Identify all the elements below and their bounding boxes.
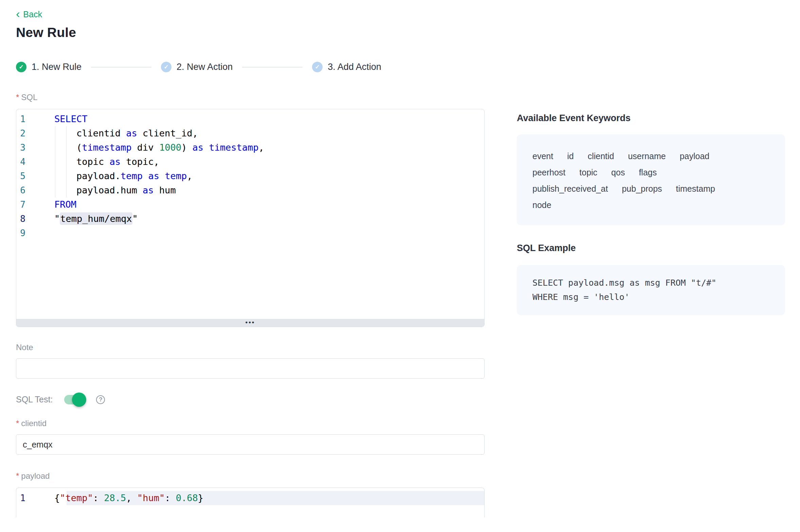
code-line[interactable]: 1SELECT bbox=[16, 112, 484, 126]
payload-editor-lines[interactable]: 1{"temp": 28.5, "hum": 0.68} bbox=[16, 488, 484, 505]
event-keyword: topic bbox=[579, 164, 597, 180]
sql-example-title: SQL Example bbox=[517, 243, 785, 253]
step-new-action[interactable]: ✓ 2. New Action bbox=[161, 62, 233, 72]
code-token bbox=[143, 171, 148, 181]
step-add-action[interactable]: ✓ 3. Add Action bbox=[312, 62, 381, 72]
sql-field-label: * SQL bbox=[16, 93, 485, 102]
code-token bbox=[159, 171, 165, 181]
line-number: 2 bbox=[16, 126, 25, 140]
event-keyword: node bbox=[532, 197, 551, 213]
code-line[interactable]: 3 (timestamp div 1000) as timestamp, bbox=[16, 140, 484, 155]
help-icon[interactable]: ? bbox=[96, 395, 105, 404]
event-keyword: qos bbox=[611, 164, 625, 180]
code-token bbox=[203, 142, 209, 153]
event-keyword: username bbox=[628, 148, 666, 164]
sql-editor-lines[interactable]: 1SELECT2 clientid as client_id,3 (timest… bbox=[16, 109, 484, 319]
event-keyword: timestamp bbox=[676, 180, 715, 197]
code-line[interactable]: 9 bbox=[16, 226, 484, 240]
editor-resize-handle[interactable]: ••• bbox=[16, 319, 484, 327]
code-text: SELECT bbox=[54, 112, 88, 126]
line-number: 4 bbox=[16, 155, 25, 169]
code-token: payload.hum bbox=[54, 185, 143, 195]
code-line[interactable]: 5 payload.temp as temp, bbox=[16, 169, 484, 183]
code-text: FROM bbox=[54, 197, 76, 212]
code-token: as bbox=[148, 171, 159, 181]
line-number: 6 bbox=[16, 183, 25, 197]
code-token: : bbox=[165, 493, 176, 503]
note-input[interactable] bbox=[16, 358, 485, 379]
code-token: , bbox=[259, 142, 264, 153]
resize-dots-icon: ••• bbox=[246, 319, 255, 326]
sql-test-toggle[interactable] bbox=[64, 395, 85, 404]
code-token: 1000 bbox=[159, 142, 181, 153]
indent-guide bbox=[66, 183, 67, 197]
line-number: 5 bbox=[16, 169, 25, 183]
code-token: as bbox=[126, 128, 137, 138]
steps-bar: ✓ 1. New Rule ✓ 2. New Action ✓ 3. Add A… bbox=[16, 62, 485, 72]
indent-guide bbox=[55, 169, 55, 183]
code-token: temp bbox=[165, 171, 187, 181]
toggle-knob bbox=[72, 393, 86, 407]
indent-guide bbox=[66, 140, 67, 155]
step-new-rule[interactable]: ✓ 1. New Rule bbox=[16, 62, 81, 72]
code-line[interactable]: 7FROM bbox=[16, 197, 484, 212]
event-keyword: id bbox=[567, 148, 574, 164]
event-keyword: publish_received_at bbox=[532, 180, 608, 197]
note-field-label: Note bbox=[16, 343, 485, 352]
keywords-row: peerhosttopicqosflags bbox=[532, 164, 769, 180]
code-token: { bbox=[54, 493, 60, 503]
code-line[interactable]: 2 clientid as client_id, bbox=[16, 126, 484, 140]
code-line[interactable]: 4 topic as topic, bbox=[16, 155, 484, 169]
event-keyword: peerhost bbox=[532, 164, 565, 180]
code-text: payload.hum as hum bbox=[54, 183, 176, 197]
code-line[interactable]: 1{"temp": 28.5, "hum": 0.68} bbox=[16, 491, 484, 505]
code-token: "hum" bbox=[137, 493, 165, 503]
page-title: New Rule bbox=[16, 25, 485, 40]
code-token: " bbox=[54, 213, 60, 224]
code-token: topic bbox=[54, 156, 110, 167]
clientid-label-text: clientid bbox=[21, 419, 47, 428]
code-token: as bbox=[192, 142, 203, 153]
step-label: 1. New Rule bbox=[32, 62, 81, 72]
code-text: topic as topic, bbox=[54, 155, 159, 169]
code-text: payload.temp as temp, bbox=[54, 169, 192, 183]
code-token: SELECT bbox=[54, 114, 88, 124]
payload-field-label: * payload bbox=[16, 471, 485, 481]
code-text: "temp_hum/emqx" bbox=[54, 212, 138, 226]
payload-code-editor[interactable]: 1{"temp": 28.5, "hum": 0.68} bbox=[16, 488, 485, 517]
sql-test-row: SQL Test: ? bbox=[16, 395, 485, 404]
indent-guide bbox=[66, 169, 67, 183]
event-keyword: payload bbox=[680, 148, 710, 164]
code-token: hum bbox=[154, 185, 176, 195]
required-asterisk: * bbox=[16, 419, 19, 428]
code-token: : bbox=[93, 493, 104, 503]
keywords-row: publish_received_atpub_propstimestamp bbox=[532, 180, 769, 197]
main-column: ‹ Back New Rule ✓ 1. New Rule ✓ 2. New A… bbox=[16, 0, 485, 517]
indent-guide bbox=[66, 126, 67, 140]
required-asterisk: * bbox=[16, 93, 19, 102]
code-text: clientid as client_id, bbox=[54, 126, 198, 140]
line-number: 1 bbox=[16, 112, 25, 126]
check-icon: ✓ bbox=[16, 62, 26, 72]
code-token: div bbox=[132, 142, 159, 153]
code-token: "temp" bbox=[60, 493, 93, 503]
sql-example-line: SELECT payload.msg as msg FROM "t/#" bbox=[532, 276, 769, 290]
sql-example-box: SELECT payload.msg as msg FROM "t/#" WHE… bbox=[517, 265, 785, 315]
check-icon: ✓ bbox=[161, 62, 171, 72]
line-number: 8 bbox=[16, 212, 25, 226]
code-line[interactable]: 6 payload.hum as hum bbox=[16, 183, 484, 197]
back-link[interactable]: ‹ Back bbox=[16, 10, 42, 19]
code-token: , bbox=[187, 171, 192, 181]
keywords-row: eventidclientidusernamepayload bbox=[532, 148, 769, 164]
code-token: as bbox=[110, 156, 121, 167]
code-token: client_id, bbox=[137, 128, 198, 138]
clientid-input[interactable] bbox=[16, 434, 485, 455]
event-keyword: clientid bbox=[588, 148, 614, 164]
code-token: ) bbox=[181, 142, 193, 153]
required-asterisk: * bbox=[16, 471, 19, 481]
code-line[interactable]: 8"temp_hum/emqx" bbox=[16, 212, 484, 226]
code-token: } bbox=[198, 493, 203, 503]
sql-code-editor[interactable]: 1SELECT2 clientid as client_id,3 (timest… bbox=[16, 109, 485, 327]
code-token: temp bbox=[121, 171, 143, 181]
indent-guide bbox=[66, 155, 67, 169]
